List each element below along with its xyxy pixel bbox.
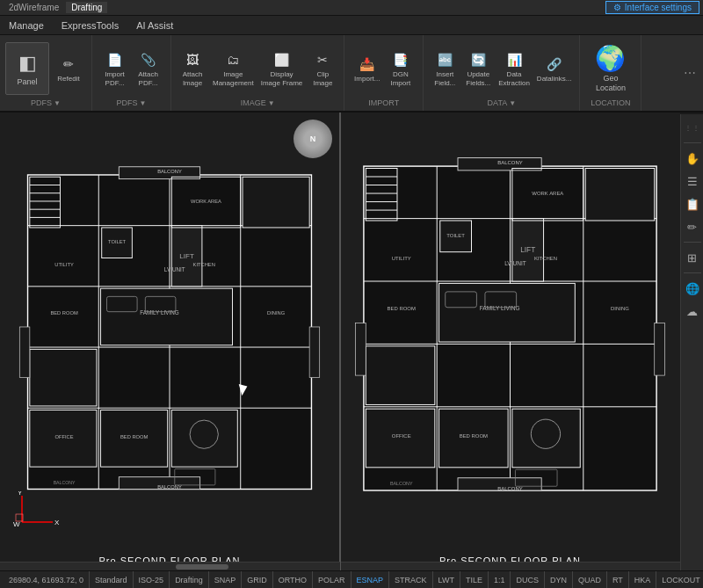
svg-text:LIFT: LIFT bbox=[520, 245, 535, 254]
pan-tool[interactable]: ✋ bbox=[683, 149, 702, 168]
interface-settings-label: Interface settings bbox=[625, 3, 692, 12]
update-fields-label: UpdateFields... bbox=[466, 70, 490, 87]
pdfs-chevron2: ▼ bbox=[140, 99, 147, 107]
menu-dots-tool[interactable]: ⋮⋮ bbox=[683, 118, 702, 137]
status-dyn[interactable]: DYN bbox=[545, 571, 573, 588]
menu-ai-assist[interactable]: AI Assist bbox=[133, 18, 177, 33]
panel-button[interactable]: ◧ Panel bbox=[5, 42, 49, 95]
update-fields-button[interactable]: 🔄 UpdateFields... bbox=[462, 47, 494, 89]
ribbon-group-image: 🖼 AttachImage 🗂 ImageManagement ⬜ Displa… bbox=[171, 35, 344, 111]
svg-text:TOILET: TOILET bbox=[108, 239, 127, 244]
svg-rect-67 bbox=[585, 168, 655, 221]
data-extraction-button[interactable]: 📊 DataExtraction bbox=[496, 47, 533, 89]
coordinates-display: 26980.4, 61693.72, 0 bbox=[4, 571, 90, 588]
svg-rect-16 bbox=[243, 177, 309, 228]
status-polar[interactable]: POLAR bbox=[313, 571, 352, 588]
svg-rect-91 bbox=[655, 323, 665, 376]
data-extraction-label: DataExtraction bbox=[498, 70, 530, 87]
svg-text:BALCONY: BALCONY bbox=[157, 169, 182, 174]
import-pdf-button[interactable]: 📄 ImportPDF... bbox=[99, 47, 131, 89]
svg-text:BALCONY: BALCONY bbox=[157, 485, 182, 490]
svg-rect-20 bbox=[30, 349, 97, 406]
display-image-frame-button[interactable]: ⬜ DisplayImage Frame bbox=[258, 47, 306, 89]
svg-rect-69 bbox=[512, 409, 580, 468]
status-drafting[interactable]: Drafting bbox=[170, 571, 209, 588]
viewport-left[interactable]: N bbox=[0, 113, 340, 570]
import-button[interactable]: 📥 Import... bbox=[352, 52, 383, 85]
pdfs-group-label2: PDFS ▼ bbox=[117, 98, 147, 111]
floor-plan-left: LIFT LV UNIT OFFICE BED ROOM KITCHEN FAM… bbox=[18, 130, 322, 544]
status-esnap[interactable]: ESNAP bbox=[352, 571, 390, 588]
status-snap[interactable]: SNAP bbox=[209, 571, 243, 588]
image-label: IMAGE bbox=[241, 98, 266, 107]
status-lwt[interactable]: LWT bbox=[433, 571, 460, 588]
status-grid[interactable]: GRID bbox=[242, 571, 273, 588]
svg-text:WORK AREA: WORK AREA bbox=[532, 191, 563, 196]
tab-drafting[interactable]: Drafting bbox=[66, 2, 107, 13]
globe-tool[interactable]: 🌐 bbox=[683, 279, 702, 298]
top-bar: 2dWireframe Drafting ⚙ Interface setting… bbox=[0, 0, 703, 16]
right-tools-panel: ⋮⋮ ✋ ☰ 📋 ✏ ⊞ 🌐 ☁ bbox=[680, 114, 703, 570]
status-rt[interactable]: RT bbox=[607, 571, 629, 588]
viewport-left-content: N bbox=[0, 113, 339, 570]
data-label: DATA bbox=[488, 98, 508, 107]
status-tile[interactable]: TILE bbox=[460, 571, 489, 588]
pdfs-label2: PDFS bbox=[117, 98, 138, 107]
attach-pdf-button[interactable]: 📎 AttachPDF... bbox=[133, 47, 164, 89]
ribbon-collapse-btn[interactable]: ⋯ bbox=[680, 62, 699, 83]
attach-image-label: AttachImage bbox=[183, 70, 203, 87]
blocks-tool[interactable]: ⊞ bbox=[683, 248, 702, 267]
menu-expresstools[interactable]: ExpressTools bbox=[58, 18, 122, 33]
status-iso25[interactable]: ISO-25 bbox=[134, 571, 170, 588]
scroll-thumb[interactable] bbox=[176, 564, 228, 570]
data-extraction-icon: 📊 bbox=[504, 49, 525, 70]
status-standard[interactable]: Standard bbox=[90, 571, 134, 588]
status-strack[interactable]: STRACK bbox=[389, 571, 433, 588]
clip-image-icon: ✂ bbox=[312, 49, 333, 70]
svg-text:LIFT: LIFT bbox=[179, 252, 194, 260]
attach-image-button[interactable]: 🖼 AttachImage bbox=[177, 47, 208, 89]
display-frame-icon: ⬜ bbox=[271, 49, 292, 70]
import-icon: 📥 bbox=[357, 54, 378, 75]
image-management-label: ImageManagement bbox=[213, 70, 254, 87]
canvas-area[interactable]: N bbox=[0, 113, 680, 570]
tools-divider3 bbox=[684, 272, 701, 273]
datalinks-icon: 🔗 bbox=[544, 54, 565, 75]
layers-tool[interactable]: ☰ bbox=[683, 171, 702, 191]
clip-image-button[interactable]: ✂ ClipImage bbox=[307, 47, 338, 89]
svg-text:KITCHEN: KITCHEN bbox=[193, 262, 215, 267]
cloud-tool[interactable]: ☁ bbox=[683, 301, 702, 321]
pdfs-group-label: PDFS ▼ bbox=[31, 98, 61, 111]
status-quad[interactable]: QUAD bbox=[573, 571, 607, 588]
properties-tool[interactable]: 📋 bbox=[683, 194, 702, 214]
insert-field-button[interactable]: 🔤 InsertField... bbox=[429, 47, 460, 89]
axes-left: Y X W bbox=[9, 491, 62, 535]
status-hka[interactable]: HKA bbox=[629, 571, 657, 588]
svg-text:KITCHEN: KITCHEN bbox=[534, 256, 557, 261]
image-management-button[interactable]: 🗂 ImageManagement bbox=[210, 47, 257, 89]
annotation-tool[interactable]: ✏ bbox=[683, 217, 702, 236]
status-lockout[interactable]: LOCKOUT bbox=[656, 571, 703, 588]
status-ducs[interactable]: DUCS bbox=[511, 571, 545, 588]
menu-manage[interactable]: Manage bbox=[5, 18, 47, 33]
status-ortho[interactable]: ORTHO bbox=[273, 571, 313, 588]
svg-rect-68 bbox=[439, 283, 576, 342]
panel-icon: ◧ bbox=[18, 52, 37, 75]
viewport-right[interactable]: LIFT LV UNIT OFFICE BED ROOM KITCHEN FAM… bbox=[340, 113, 680, 570]
interface-settings-button[interactable]: ⚙ Interface settings bbox=[605, 1, 699, 14]
geo-location-button[interactable]: 🌍 GeoLocation bbox=[591, 41, 630, 96]
svg-rect-40 bbox=[309, 327, 320, 378]
interface-settings-icon: ⚙ bbox=[613, 3, 621, 12]
dgn-import-button[interactable]: 📑 DGNImport bbox=[385, 47, 417, 89]
refedit-button[interactable]: ✏ Refedit bbox=[53, 52, 84, 85]
geo-location-icon: 🌍 bbox=[597, 44, 625, 72]
status-ratio[interactable]: 1:1 bbox=[489, 571, 511, 588]
datalinks-button[interactable]: 🔗 Datalinks... bbox=[534, 52, 575, 85]
top-tabs: 2dWireframe Drafting bbox=[4, 2, 605, 13]
pdfs-chevron: ▼ bbox=[54, 99, 61, 107]
tools-divider2 bbox=[684, 242, 701, 243]
tab-2dwireframe[interactable]: 2dWireframe bbox=[4, 2, 64, 13]
ribbon-group-pdfs: 📄 ImportPDF... 📎 AttachPDF... PDFS ▼ bbox=[92, 35, 171, 111]
import-group-label: IMPORT bbox=[368, 98, 399, 111]
floor-plan-svg-left: LIFT LV UNIT OFFICE BED ROOM KITCHEN FAM… bbox=[18, 130, 322, 544]
